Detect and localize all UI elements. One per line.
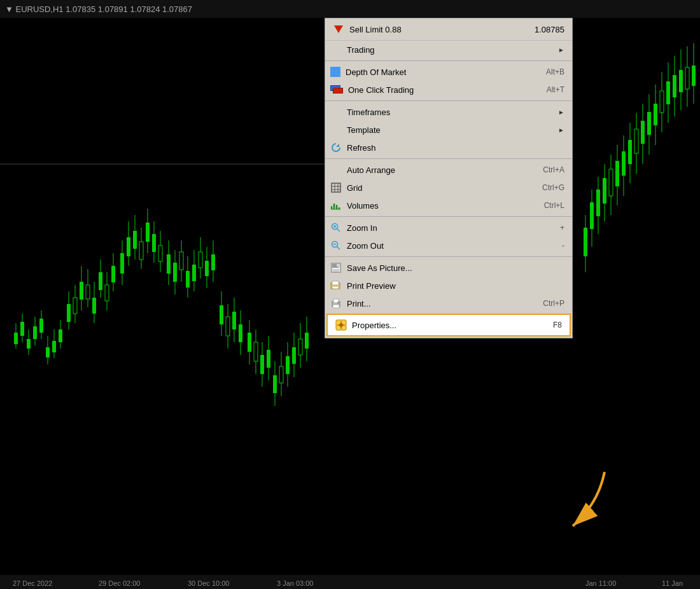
svg-rect-108 [628, 140, 632, 164]
zoom-in-shortcut: + [560, 223, 564, 232]
template-icon [330, 124, 342, 135]
svg-rect-98 [596, 190, 600, 216]
svg-rect-88 [292, 347, 296, 364]
svg-rect-149 [333, 269, 339, 272]
auto-arrange-icon [330, 164, 342, 176]
sell-limit-label: Sell Limit 0.88 [349, 25, 402, 34]
menu-item-template[interactable]: Template ► [325, 121, 572, 139]
svg-rect-72 [239, 324, 242, 342]
svg-rect-128 [692, 66, 696, 86]
menu-item-trading[interactable]: Trading ► [325, 41, 572, 59]
svg-rect-82 [273, 375, 277, 393]
menu-item-save-as-picture[interactable]: Save As Picture... [325, 259, 572, 277]
svg-rect-78 [260, 355, 264, 374]
svg-rect-153 [332, 286, 339, 289]
menu-item-left: Refresh [330, 142, 376, 153]
auto-arrange-shortcut: Ctrl+A [543, 165, 564, 174]
svg-rect-104 [615, 161, 619, 186]
svg-rect-126 [685, 67, 689, 89]
svg-rect-48 [158, 246, 162, 261]
svg-rect-102 [609, 169, 613, 196]
grid-label: Grid [347, 183, 363, 193]
menu-item-timeframes[interactable]: Timeframes ► [325, 103, 572, 121]
zoom-out-icon [330, 240, 342, 251]
menu-item-left: Trading [330, 44, 375, 55]
menu-item-refresh[interactable]: Refresh [325, 139, 572, 156]
arrow-annotation [541, 466, 624, 538]
chart-title: ▼ EURUSD,H1 1.07835 1.07891 1.07824 1.07… [5, 4, 192, 14]
svg-rect-46 [152, 234, 156, 252]
svg-rect-20 [67, 304, 71, 322]
arrow-svg [541, 466, 624, 536]
svg-rect-18 [59, 329, 62, 342]
svg-rect-36 [120, 253, 124, 274]
menu-item-grid[interactable]: Grid Ctrl+G [325, 179, 572, 197]
context-menu: Sell Limit 0.88 1.08785 Trading ► [325, 18, 573, 338]
svg-rect-122 [673, 75, 676, 97]
print-preview-icon [330, 280, 342, 291]
print-label: Print... [347, 299, 371, 308]
menu-item-depth-of-market[interactable]: Depth Of Market Alt+B [325, 63, 572, 81]
menu-item-zoom-in[interactable]: Zoom In + [325, 219, 572, 237]
svg-rect-156 [333, 305, 339, 308]
volumes-icon [330, 200, 342, 211]
oct-icon [330, 85, 343, 94]
svg-rect-52 [173, 263, 177, 282]
oct-sell-icon [333, 88, 343, 94]
svg-rect-130 [332, 183, 340, 192]
sell-arrow-icon [333, 24, 344, 35]
svg-rect-42 [139, 242, 143, 260]
menu-item-volumes[interactable]: Volumes Ctrl+L [325, 197, 572, 214]
svg-rect-28 [92, 298, 96, 314]
svg-rect-44 [146, 223, 150, 242]
timeframes-arrow-icon: ► [558, 109, 564, 116]
menu-item-one-click-trading[interactable]: One Click Trading Alt+T [325, 81, 572, 99]
svg-rect-56 [186, 271, 190, 288]
template-label: Template [347, 125, 381, 135]
menu-item-print[interactable]: Print... Ctrl+P [325, 294, 572, 312]
properties-shortcut: F8 [553, 321, 562, 329]
dom-icon [330, 67, 340, 77]
sell-limit-item[interactable]: Sell Limit 0.88 1.08785 [325, 18, 572, 41]
separator-2 [325, 100, 572, 101]
trading-arrow-icon: ► [558, 46, 564, 53]
svg-rect-86 [286, 356, 290, 374]
svg-rect-70 [232, 312, 236, 329]
time-label-2: 29 Dec 02:00 [99, 579, 140, 587]
svg-rect-34 [111, 266, 115, 282]
zoom-in-icon [330, 222, 342, 233]
time-label-5: Jan 11:00 [585, 579, 616, 587]
print-preview-label: Print Preview [347, 281, 396, 291]
properties-label: Properties... [352, 321, 396, 330]
svg-rect-64 [211, 254, 215, 270]
svg-line-143 [337, 229, 340, 232]
svg-rect-100 [603, 178, 606, 204]
svg-rect-22 [73, 298, 77, 314]
menu-item-properties[interactable]: Properties... F8 [326, 314, 571, 336]
svg-rect-68 [226, 317, 230, 336]
svg-rect-84 [279, 366, 283, 383]
svg-rect-76 [254, 342, 258, 361]
menu-item-left: Volumes [330, 200, 379, 211]
trading-icon [330, 44, 342, 55]
svg-rect-124 [679, 70, 683, 92]
svg-rect-94 [584, 228, 587, 256]
svg-rect-120 [666, 81, 670, 104]
time-label-4: 3 Jan 03:00 [277, 579, 314, 587]
zoom-in-label: Zoom In [347, 223, 377, 233]
svg-rect-58 [192, 265, 196, 281]
svg-rect-10 [33, 326, 37, 339]
menu-item-zoom-out[interactable]: Zoom Out - [325, 237, 572, 254]
sell-arrow-down-icon [334, 25, 343, 33]
menu-item-print-preview[interactable]: Print Preview [325, 277, 572, 294]
template-arrow-icon: ► [558, 127, 564, 134]
svg-rect-150 [337, 264, 339, 267]
svg-rect-30 [99, 272, 102, 290]
svg-rect-24 [80, 282, 83, 300]
menu-item-left: Save As Picture... [330, 262, 412, 274]
svg-rect-114 [647, 112, 651, 135]
menu-item-left: One Click Trading [330, 85, 414, 95]
menu-item-auto-arrange[interactable]: Auto Arrange Ctrl+A [325, 161, 572, 179]
separator-1 [325, 60, 572, 61]
svg-rect-6 [20, 322, 24, 336]
